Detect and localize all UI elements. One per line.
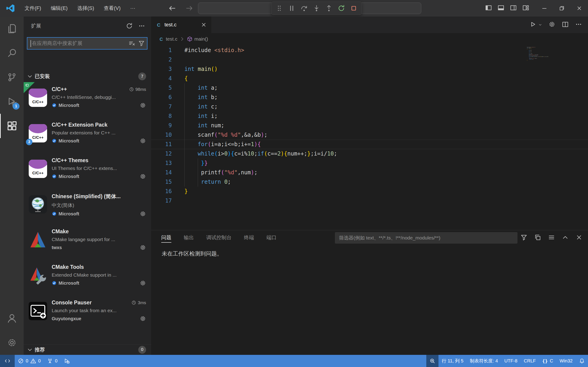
warning-icon xyxy=(30,358,36,364)
title-bar: 文件(F)编辑(E)选择(S)查看(V)··· xyxy=(0,0,588,17)
split-editor-button[interactable] xyxy=(562,21,569,29)
debug-alt-icon xyxy=(64,358,69,364)
activity-search[interactable] xyxy=(0,41,24,65)
panel-close-button[interactable] xyxy=(576,234,582,242)
extension-item[interactable]: C/C++C/C++ ThemesUI Themes for C/C++ ext… xyxy=(24,153,151,189)
section-installed[interactable]: 已安装 7 xyxy=(24,71,151,82)
breadcrumb: C test.c main() xyxy=(151,33,588,45)
manage-extension-gear-icon[interactable] xyxy=(140,211,146,217)
status-language[interactable]: {}C xyxy=(539,355,556,367)
status-ports[interactable]: 0 xyxy=(44,355,61,367)
extension-name: CMake xyxy=(52,228,69,235)
breadcrumb-symbol[interactable]: main() xyxy=(187,36,208,42)
activity-debug-alt[interactable]: 1 xyxy=(0,90,24,114)
panel-tab-输出[interactable]: 输出 xyxy=(184,230,194,245)
status-cursor-position[interactable]: 行 11, 列 5 xyxy=(439,355,467,367)
line-number: 6 xyxy=(151,93,172,102)
panel-tab-问题[interactable]: 问题 xyxy=(161,230,171,245)
filter-funnel-icon[interactable] xyxy=(138,40,145,47)
menu-item[interactable]: 查看(V) xyxy=(99,0,125,17)
activity-account[interactable] xyxy=(0,306,24,331)
settings-button[interactable] xyxy=(548,21,555,29)
breadcrumb-file[interactable]: C test.c xyxy=(158,36,177,42)
activity-extensions[interactable] xyxy=(0,114,24,138)
step-into-button[interactable] xyxy=(311,3,322,14)
clear-filter-icon[interactable] xyxy=(129,40,135,47)
line-number: 14 xyxy=(151,168,172,177)
section-recommended[interactable]: 推荐 0 xyxy=(24,344,151,355)
status-encoding[interactable]: UTF-8 xyxy=(501,355,521,367)
status-platform[interactable]: Win32 xyxy=(556,355,576,367)
panel-funnel-button[interactable] xyxy=(520,234,527,242)
manage-extension-gear-icon[interactable] xyxy=(140,244,146,251)
manage-extension-gear-icon[interactable] xyxy=(140,138,146,144)
layout-actions xyxy=(485,4,529,12)
panel-chevron-up-button[interactable] xyxy=(562,234,569,242)
layout-sidebar-right-button[interactable] xyxy=(510,4,517,12)
manage-extension-gear-icon[interactable] xyxy=(140,280,146,286)
stop-button[interactable] xyxy=(348,3,359,14)
step-out-button[interactable] xyxy=(324,3,334,14)
activity-files[interactable] xyxy=(0,17,24,41)
problems-message: 未在工作区检测到问题。 xyxy=(162,250,222,257)
error-icon xyxy=(18,358,24,364)
status-eol[interactable]: CRLF xyxy=(521,355,539,367)
menu-item[interactable]: 选择(S) xyxy=(72,0,99,17)
restart-icon xyxy=(338,5,345,12)
panel-list-flat-button[interactable] xyxy=(548,234,555,242)
minimap[interactable]: #include <stdio.h>int main(){ int a; int… xyxy=(527,47,566,61)
status-remote[interactable] xyxy=(0,355,15,367)
extension-item[interactable]: Console Pauser3msLaunch your task from a… xyxy=(24,295,151,331)
step-over-button[interactable] xyxy=(299,3,309,14)
restore-button[interactable] xyxy=(553,0,571,17)
more-actions-button[interactable] xyxy=(575,21,582,29)
more-actions-icon[interactable] xyxy=(138,23,145,29)
close-win-button[interactable] xyxy=(571,0,588,17)
copy-icon xyxy=(534,234,541,241)
extension-item[interactable]: CMakeCMake langage support for ...twxs xyxy=(24,224,151,260)
back-arrow-icon[interactable] xyxy=(168,4,176,12)
layout-sidebar-left-button[interactable] xyxy=(485,4,492,12)
menu-item[interactable]: 编辑(E) xyxy=(46,0,72,17)
extension-item[interactable]: CMake ToolsExtended CMake support in ...… xyxy=(24,260,151,295)
tab-test-c[interactable]: C test.c xyxy=(151,17,211,33)
manage-extension-gear-icon[interactable] xyxy=(140,315,146,322)
panel-tab-终端[interactable]: 终端 xyxy=(244,230,254,245)
layout-custom-button[interactable] xyxy=(522,4,529,12)
bottom-panel: 问题输出调试控制台终端端口 未在工作区检测到问题。 xyxy=(151,230,588,355)
layout-panel-button[interactable] xyxy=(498,4,504,12)
status-problems[interactable]: 00 xyxy=(15,355,44,367)
pause-button[interactable] xyxy=(286,3,297,14)
panel-copy-button[interactable] xyxy=(534,234,541,242)
debug-run-button[interactable] xyxy=(530,21,536,29)
status-notifications[interactable] xyxy=(576,355,588,367)
extension-item[interactable]: Chinese (Simplified) (简体...中文(简体)Microso… xyxy=(24,189,151,224)
extension-item[interactable]: C/C++C/C++ Extension PackPopular extensi… xyxy=(24,118,151,153)
code-editor[interactable]: 1#include <stdio.h>23int main()4{5 int a… xyxy=(151,45,588,230)
menu-item[interactable]: ··· xyxy=(125,0,140,17)
problems-filter-input[interactable] xyxy=(335,232,518,244)
extension-item[interactable]: C/C++C/C++98msC/C++ IntelliSense, debugg… xyxy=(24,82,151,118)
problems-filter-box xyxy=(335,232,518,244)
panel-tab-端口[interactable]: 端口 xyxy=(267,230,277,245)
code-line: 15 return 0; xyxy=(151,177,588,187)
status-zoom[interactable] xyxy=(426,355,439,367)
refresh-icon[interactable] xyxy=(126,23,133,29)
minimize-button[interactable] xyxy=(536,0,553,17)
panel-tab-调试控制台[interactable]: 调试控制台 xyxy=(206,230,232,245)
menu-item[interactable]: 文件(F) xyxy=(20,0,46,17)
manage-extension-gear-icon[interactable] xyxy=(140,102,146,108)
status-debug-status[interactable] xyxy=(61,355,73,367)
manage-extension-gear-icon[interactable] xyxy=(140,173,146,180)
pause-icon xyxy=(288,5,295,12)
vscode-window: 文件(F)编辑(E)选择(S)查看(V)··· 1 扩展 xyxy=(0,0,588,367)
forward-arrow-icon[interactable] xyxy=(185,4,193,12)
activity-gear[interactable] xyxy=(0,331,24,355)
code-line: 4{ xyxy=(151,74,588,83)
activity-source-control[interactable] xyxy=(0,65,24,90)
restart-button[interactable] xyxy=(336,3,346,14)
extensions-list: C/C++C/C++98msC/C++ IntelliSense, debugg… xyxy=(24,82,151,331)
status-indentation[interactable]: 制表符长度: 4 xyxy=(467,355,501,367)
close-tab-icon[interactable] xyxy=(201,22,207,28)
list-flat-icon xyxy=(548,234,555,241)
